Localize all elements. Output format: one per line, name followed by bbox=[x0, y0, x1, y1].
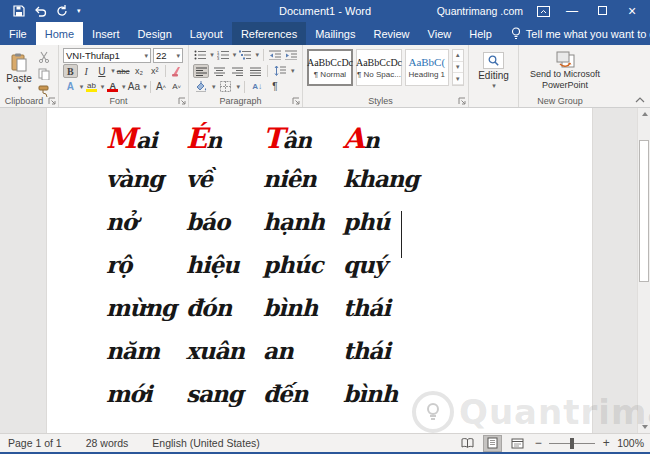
numbering-icon[interactable]: 123 bbox=[216, 48, 230, 62]
tab-design[interactable]: Design bbox=[129, 22, 181, 45]
superscript-button[interactable]: x² bbox=[147, 64, 162, 78]
doc-word: quý bbox=[343, 251, 418, 294]
clear-formatting-icon[interactable] bbox=[169, 64, 184, 78]
paste-icon bbox=[10, 53, 28, 73]
borders-icon[interactable] bbox=[218, 80, 234, 94]
web-layout-icon[interactable] bbox=[508, 435, 527, 452]
decrease-indent-icon[interactable] bbox=[268, 48, 282, 62]
redo-icon[interactable] bbox=[56, 5, 68, 17]
bullets-icon[interactable] bbox=[193, 48, 207, 62]
line-spacing-icon[interactable] bbox=[272, 64, 288, 78]
shading-icon[interactable] bbox=[193, 80, 209, 94]
tab-references[interactable]: References bbox=[232, 22, 306, 45]
maximize-button[interactable] bbox=[594, 3, 610, 19]
doc-column-2: Én về báo hiệu đón xuân sang bbox=[186, 122, 244, 423]
styles-more-icon: ▼ bbox=[453, 73, 463, 85]
close-button[interactable]: × bbox=[624, 3, 640, 19]
text-effects-button[interactable]: A bbox=[63, 80, 78, 94]
strikethrough-button[interactable]: abc bbox=[116, 64, 131, 78]
show-hide-pilcrow-button[interactable]: ¶ bbox=[267, 80, 283, 94]
undo-icon[interactable] bbox=[34, 6, 47, 17]
doc-word: khang bbox=[343, 165, 418, 208]
align-left-button[interactable] bbox=[193, 64, 209, 78]
zoom-slider-thumb[interactable] bbox=[570, 438, 574, 449]
doc-word: năm bbox=[106, 337, 176, 380]
tab-mailings[interactable]: Mailings bbox=[306, 22, 364, 45]
increase-indent-icon[interactable] bbox=[284, 48, 298, 62]
align-center-button[interactable] bbox=[211, 64, 227, 78]
styles-dialog-launcher-icon[interactable] bbox=[458, 97, 466, 105]
tell-me-box[interactable]: Tell me what you want to do bbox=[511, 22, 650, 45]
page-indicator[interactable]: Page 1 of 1 bbox=[8, 437, 62, 449]
minimize-button[interactable]: — bbox=[564, 3, 580, 19]
subscript-button[interactable]: x₂ bbox=[132, 64, 147, 78]
document-page[interactable]: Mai vàng nở rộ mừng năm mới Én về báo hi… bbox=[46, 108, 593, 433]
change-case-button[interactable]: Aa bbox=[127, 80, 142, 94]
clipboard-dialog-launcher-icon[interactable] bbox=[48, 97, 56, 105]
find-icon bbox=[483, 52, 504, 69]
styles-scroll-down-icon: ▼ bbox=[453, 62, 463, 74]
paragraph-dialog-launcher-icon[interactable] bbox=[292, 97, 300, 105]
font-dialog-launcher-icon[interactable] bbox=[178, 97, 186, 105]
save-icon[interactable] bbox=[13, 5, 25, 17]
editing-button[interactable]: Editing ▾ bbox=[473, 48, 514, 91]
lightbulb-icon bbox=[511, 27, 521, 40]
font-size-combobox[interactable]: 22▾ bbox=[153, 48, 183, 63]
scroll-down-icon[interactable] bbox=[638, 421, 650, 433]
styles-group: AaBbCcDc ¶ Normal AaBbCcDc ¶ No Spac... … bbox=[303, 45, 469, 107]
zoom-level[interactable]: 100% bbox=[617, 437, 644, 449]
tab-layout[interactable]: Layout bbox=[181, 22, 232, 45]
doc-word: an bbox=[263, 337, 324, 380]
font-color-button[interactable]: A bbox=[105, 80, 120, 94]
italic-button[interactable]: I bbox=[79, 64, 94, 78]
doc-word: niên bbox=[263, 165, 324, 208]
account-name[interactable]: Quantrimang .com bbox=[437, 5, 523, 17]
vertical-scrollbar[interactable] bbox=[637, 108, 650, 433]
doc-word: sang bbox=[186, 380, 244, 423]
tab-view[interactable]: View bbox=[419, 22, 461, 45]
style-heading1[interactable]: AaBbC( Heading 1 bbox=[405, 49, 449, 86]
word-count[interactable]: 28 words bbox=[86, 437, 129, 449]
clipboard-group-label: Clipboard bbox=[0, 96, 48, 106]
zoom-in-icon[interactable]: + bbox=[601, 436, 611, 450]
underline-button[interactable]: U bbox=[94, 64, 109, 78]
font-name-combobox[interactable]: VNI-Thufap1▾ bbox=[63, 48, 151, 63]
paste-label: Paste bbox=[6, 73, 32, 84]
scrollbar-thumb[interactable] bbox=[639, 140, 649, 282]
grow-font-button[interactable]: A˄ bbox=[154, 80, 169, 94]
customize-qat-icon[interactable]: ▾ bbox=[77, 7, 81, 15]
tab-help[interactable]: Help bbox=[460, 22, 501, 45]
doc-word: phú bbox=[343, 208, 418, 251]
justify-button[interactable] bbox=[247, 64, 263, 78]
bold-button[interactable]: B bbox=[63, 64, 78, 78]
copy-icon[interactable] bbox=[36, 67, 52, 81]
scroll-up-icon[interactable] bbox=[638, 108, 650, 120]
tab-review[interactable]: Review bbox=[365, 22, 419, 45]
tab-insert[interactable]: Insert bbox=[83, 22, 129, 45]
styles-gallery-scroll[interactable]: ▲ ▼ ▼ bbox=[452, 49, 464, 86]
read-mode-icon[interactable] bbox=[458, 435, 477, 452]
send-to-powerpoint-button[interactable]: Send to Microsoft PowerPoint bbox=[523, 48, 607, 92]
ribbon-display-options-icon[interactable] bbox=[537, 6, 550, 17]
underline-dropdown-icon[interactable]: ▾ bbox=[111, 67, 115, 75]
font-size-dropdown-icon: ▾ bbox=[176, 52, 180, 60]
language-indicator[interactable]: English (United States) bbox=[152, 437, 259, 449]
titlebar: ▾ Document1 - Word Quantrimang .com — × bbox=[0, 0, 650, 22]
doc-word: mừng bbox=[106, 294, 176, 337]
style-no-spacing[interactable]: AaBbCcDc ¶ No Spac... bbox=[356, 49, 402, 86]
tab-home[interactable]: Home bbox=[36, 22, 83, 45]
zoom-out-icon[interactable]: − bbox=[533, 436, 543, 450]
sort-icon[interactable]: A↓ bbox=[249, 80, 265, 94]
tab-file[interactable]: File bbox=[0, 22, 36, 45]
align-right-button[interactable] bbox=[229, 64, 245, 78]
style-normal[interactable]: AaBbCcDc ¶ Normal bbox=[307, 49, 353, 86]
doc-word: phúc bbox=[263, 251, 324, 294]
multilevel-list-icon[interactable] bbox=[238, 48, 252, 62]
paste-button[interactable]: Paste ▾ bbox=[4, 48, 34, 94]
highlight-color-button[interactable]: ab bbox=[84, 80, 99, 94]
zoom-slider[interactable] bbox=[549, 435, 595, 452]
cut-icon[interactable] bbox=[36, 50, 52, 64]
print-layout-icon[interactable] bbox=[483, 435, 502, 452]
shrink-font-button[interactable]: A˅ bbox=[169, 80, 184, 94]
collapse-ribbon-icon[interactable] bbox=[635, 97, 645, 103]
